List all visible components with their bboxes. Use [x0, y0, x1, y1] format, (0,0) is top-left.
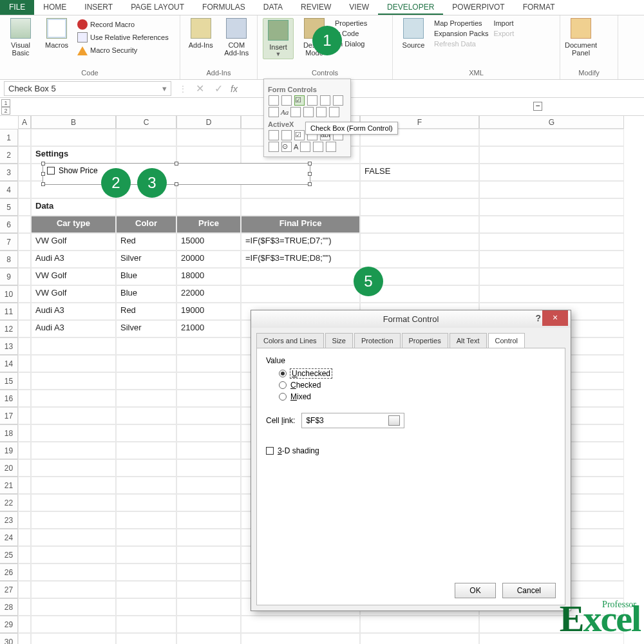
- col-G[interactable]: G: [479, 116, 624, 129]
- cell-A27[interactable]: [18, 581, 31, 598]
- row-24[interactable]: 24: [0, 529, 18, 546]
- cell-D20[interactable]: [176, 459, 241, 477]
- cell-A20[interactable]: [18, 459, 31, 477]
- tab-powerpivot[interactable]: POWERPIVOT: [443, 0, 513, 15]
- cell-C6[interactable]: Color: [116, 216, 176, 233]
- row-16[interactable]: 16: [0, 390, 18, 407]
- tab-home[interactable]: HOME: [34, 0, 75, 15]
- cell-A14[interactable]: [18, 355, 31, 372]
- row-17[interactable]: 17: [0, 407, 18, 424]
- outline-collapse-button[interactable]: −: [533, 102, 542, 111]
- cell-D9[interactable]: 18000: [176, 268, 241, 285]
- cell-E5[interactable]: [241, 198, 360, 216]
- cell-D10[interactable]: 22000: [176, 285, 241, 303]
- cell-B28[interactable]: [31, 598, 116, 616]
- cell-D7[interactable]: 15000: [176, 233, 241, 251]
- col-D[interactable]: D: [176, 116, 241, 129]
- cell-F3[interactable]: FALSE: [360, 164, 479, 181]
- cell-G6[interactable]: [479, 216, 624, 233]
- cell-D14[interactable]: [176, 355, 241, 372]
- map-properties-button[interactable]: Map Properties: [434, 18, 488, 28]
- cell-G10[interactable]: [479, 285, 624, 303]
- cell-link-input[interactable]: $F$3: [301, 413, 404, 428]
- cell-C9[interactable]: Blue: [116, 268, 176, 285]
- radio-mixed[interactable]: Mixed: [279, 392, 556, 401]
- cell-B23[interactable]: [31, 511, 116, 529]
- cell-G9[interactable]: [479, 268, 624, 285]
- cell-C20[interactable]: [116, 459, 176, 477]
- cell-C24[interactable]: [116, 529, 176, 546]
- fx-icon[interactable]: fx: [228, 84, 240, 94]
- cell-B29[interactable]: [31, 616, 116, 633]
- outline-level-2[interactable]: 2: [1, 107, 10, 115]
- cancel-formula-button[interactable]: ✕: [191, 82, 209, 95]
- cell-D29[interactable]: [176, 616, 241, 633]
- cell-G3[interactable]: [479, 164, 624, 181]
- cell-B5[interactable]: Data: [31, 198, 116, 216]
- cell-A12[interactable]: [18, 320, 31, 337]
- cell-A7[interactable]: [18, 233, 31, 251]
- tab-developer[interactable]: DEVELOPER: [378, 0, 443, 15]
- checkbox-icon[interactable]: [47, 167, 55, 175]
- cell-A9[interactable]: [18, 268, 31, 285]
- tab-insert[interactable]: INSERT: [75, 0, 122, 15]
- cell-E8[interactable]: =IF($F$3=TRUE;D8;""): [241, 251, 360, 268]
- cell-E9[interactable]: [241, 268, 360, 285]
- cell-A30[interactable]: [18, 633, 31, 644]
- export-button[interactable]: Export: [493, 28, 514, 39]
- cell-B12[interactable]: Audi A3: [31, 320, 116, 337]
- cell-A25[interactable]: [18, 546, 31, 564]
- cell-B18[interactable]: [31, 424, 116, 442]
- name-box[interactable]: Check Box 5▾: [4, 81, 171, 96]
- row-12[interactable]: 12: [0, 320, 18, 337]
- cell-G8[interactable]: [479, 251, 624, 268]
- cell-D22[interactable]: [176, 494, 241, 511]
- cell-C17[interactable]: [116, 407, 176, 424]
- cell-F2[interactable]: [360, 146, 479, 164]
- cell-C12[interactable]: Silver: [116, 320, 176, 337]
- row-11[interactable]: 11: [0, 303, 18, 320]
- cell-D21[interactable]: [176, 477, 241, 494]
- cell-D25[interactable]: [176, 546, 241, 564]
- cell-B21[interactable]: [31, 477, 116, 494]
- cell-D24[interactable]: [176, 529, 241, 546]
- cell-D17[interactable]: [176, 407, 241, 424]
- enter-formula-button[interactable]: ✓: [209, 82, 228, 95]
- cell-D11[interactable]: 19000: [176, 303, 241, 320]
- addins-button[interactable]: Add-Ins: [185, 18, 216, 49]
- com-addins-button[interactable]: COM Add-Ins: [222, 18, 252, 57]
- cell-D23[interactable]: [176, 511, 241, 529]
- row-21[interactable]: 21: [0, 477, 18, 494]
- outline-level-1[interactable]: 1: [1, 99, 10, 107]
- row-10[interactable]: 10: [0, 285, 18, 303]
- cell-D15[interactable]: [176, 372, 241, 390]
- cell-C1[interactable]: [116, 129, 176, 146]
- cell-F5[interactable]: [360, 198, 479, 216]
- cell-A1[interactable]: [18, 129, 31, 146]
- row-7[interactable]: 7: [0, 233, 18, 251]
- cell-G4[interactable]: [479, 181, 624, 198]
- dtab-alttext[interactable]: Alt Text: [450, 333, 487, 348]
- row-3[interactable]: 3: [0, 164, 18, 181]
- tab-file[interactable]: FILE: [0, 0, 34, 15]
- cell-C27[interactable]: [116, 581, 176, 598]
- row-30[interactable]: 30: [0, 633, 18, 644]
- tab-view[interactable]: VIEW: [340, 0, 378, 15]
- expansion-packs-button[interactable]: Expansion Packs: [434, 28, 488, 39]
- row-8[interactable]: 8: [0, 251, 18, 268]
- cell-D2[interactable]: [176, 146, 241, 164]
- cell-A16[interactable]: [18, 390, 31, 407]
- cell-A17[interactable]: [18, 407, 31, 424]
- radio-checked[interactable]: Checked: [279, 381, 556, 390]
- cell-C30[interactable]: [116, 633, 176, 644]
- row-14[interactable]: 14: [0, 355, 18, 372]
- dialog-help-button[interactable]: ?: [535, 313, 541, 323]
- cell-B24[interactable]: [31, 529, 116, 546]
- row-20[interactable]: 20: [0, 459, 18, 477]
- cell-A29[interactable]: [18, 616, 31, 633]
- cell-B2[interactable]: Settings: [31, 146, 116, 164]
- ok-button[interactable]: OK: [455, 583, 495, 598]
- checkbox-control[interactable]: Show Price: [43, 163, 310, 185]
- document-panel-button[interactable]: Document Panel: [565, 18, 596, 57]
- cell-A18[interactable]: [18, 424, 31, 442]
